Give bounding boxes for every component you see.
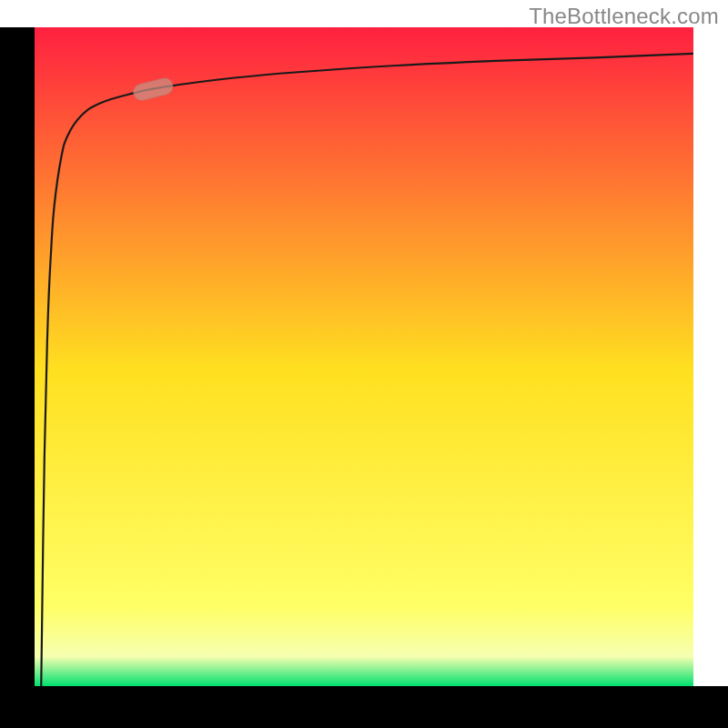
frame-bottom xyxy=(0,686,728,728)
plot-background xyxy=(35,27,693,686)
chart-container: TheBottleneck.com xyxy=(0,0,728,728)
frame-left xyxy=(0,27,35,686)
frame-top xyxy=(0,25,728,27)
bottleneck-chart xyxy=(0,0,728,728)
